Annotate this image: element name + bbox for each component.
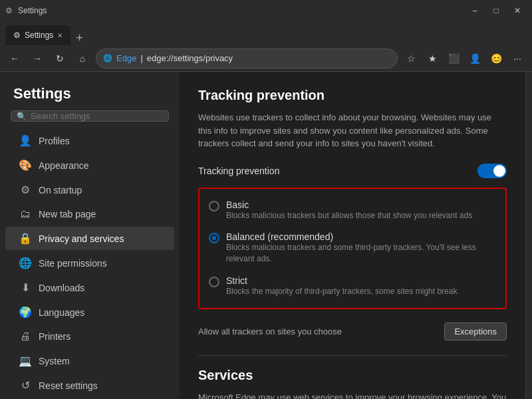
sidebar-item-on-startup[interactable]: ⚙ On startup [5,178,174,201]
sidebar-item-label: Languages [39,307,84,318]
services-description: Microsoft Edge may use web services to i… [198,391,507,399]
tracking-header: Tracking prevention [198,164,507,178]
minimize-button[interactable]: – [466,3,484,18]
window-icon: ⚙ [5,6,13,15]
forward-button[interactable]: → [28,49,47,68]
sidebar-item-languages[interactable]: 🌍 Languages [5,301,174,324]
window-controls: – □ ✕ [466,3,527,18]
emoji-button[interactable]: 😊 [487,49,505,68]
sidebar-item-label: Appearance [39,160,89,171]
main-layout: Settings 🔍 👤 Profiles 🎨 Appearance ⚙ On … [0,72,532,399]
sidebar-item-label: New tab page [39,209,96,219]
sidebar-item-label: Site permissions [39,258,107,269]
profiles-icon: 👤 [19,134,32,147]
tab-label: Settings [25,31,53,40]
window-title: Settings [18,6,460,15]
toggle-slider [477,164,507,178]
reset-icon: ↺ [19,379,32,392]
radio-strict[interactable] [209,277,219,287]
system-icon: 💻 [19,354,32,367]
collections-button[interactable]: ★ [423,49,442,68]
maximize-button[interactable]: □ [487,3,505,18]
address-bar: ← → ↻ ⌂ 🌐 Edge | edge://settings/privacy… [0,45,532,72]
right-scrollbar[interactable] [525,72,532,399]
extensions-button[interactable]: ⬛ [444,49,463,68]
option-balanced-label: Balanced (recommended) [226,231,496,242]
sidebar-item-site-permissions[interactable]: 🌐 Site permissions [5,251,174,275]
back-button[interactable]: ← [5,49,24,68]
option-basic[interactable]: Basic Blocks malicious trackers but allo… [205,194,500,227]
option-balanced[interactable]: Balanced (recommended) Blocks malicious … [205,226,500,270]
printers-icon: 🖨 [19,331,32,342]
search-box[interactable]: 🔍 [11,110,169,122]
option-strict-desc: Blocks the majority of third-party track… [226,286,457,297]
sidebar-item-profiles[interactable]: 👤 Profiles [5,129,174,152]
tracking-label: Tracking prevention [198,166,279,176]
favorites-button[interactable]: ☆ [402,49,420,68]
tracking-toggle[interactable] [477,164,507,178]
sidebar-item-appearance[interactable]: 🎨 Appearance [5,154,174,177]
home-button[interactable]: ⌂ [73,49,92,68]
tracking-title: Tracking prevention [198,88,507,103]
option-balanced-text: Balanced (recommended) Blocks malicious … [226,231,496,265]
profile-button[interactable]: 👤 [466,49,484,68]
services-section: Services Microsoft Edge may use web serv… [198,368,507,399]
sidebar-item-label: Reset settings [39,380,98,391]
option-strict-label: Strict [226,275,457,286]
services-title: Services [198,368,507,383]
radio-balanced[interactable] [209,233,219,243]
address-separator: | [140,53,142,63]
search-icon: 🔍 [17,112,27,121]
radio-basic[interactable] [209,201,219,211]
new-tab-button[interactable]: + [70,31,88,45]
more-button[interactable]: ··· [508,49,527,68]
section-divider [198,355,507,356]
sidebar: Settings 🔍 👤 Profiles 🎨 Appearance ⚙ On … [0,72,180,399]
tab-bar: ⚙ Settings ✕ + [0,21,532,45]
tracking-options-box: Basic Blocks malicious trackers but allo… [198,188,507,309]
titlebar: ⚙ Settings – □ ✕ [0,0,532,21]
sidebar-item-label: System [39,356,70,366]
sidebar-item-downloads[interactable]: ⬇ Downloads [5,276,174,299]
option-balanced-desc: Blocks malicious trackers and some third… [226,242,496,265]
settings-tab[interactable]: ⚙ Settings ✕ [5,25,70,45]
option-basic-label: Basic [226,200,472,210]
startup-icon: ⚙ [19,184,32,196]
lock-icon: 🌐 [103,54,112,63]
tab-favicon: ⚙ [13,31,21,40]
address-box[interactable]: 🌐 Edge | edge://settings/privacy [96,49,398,68]
tab-close-button[interactable]: ✕ [57,32,63,39]
refresh-button[interactable]: ↻ [51,49,69,68]
languages-icon: 🌍 [19,306,32,319]
sidebar-item-reset[interactable]: ↺ Reset settings [5,374,174,397]
sidebar-item-privacy[interactable]: 🔒 Privacy and services [5,227,174,250]
privacy-icon: 🔒 [19,232,32,245]
option-strict-text: Strict Blocks the majority of third-part… [226,275,457,297]
sidebar-item-label: Printers [39,331,70,342]
sidebar-title: Settings [0,72,180,110]
sidebar-item-printers[interactable]: 🖨 Printers [5,325,174,348]
tracking-description: Websites use trackers to collect info ab… [198,111,507,150]
option-basic-desc: Blocks malicious trackers but allows tho… [226,210,472,221]
new-tab-icon: 🗂 [19,208,32,220]
address-domain: Edge [116,53,136,63]
option-basic-text: Basic Blocks malicious trackers but allo… [226,200,472,221]
sidebar-item-label: Downloads [39,283,84,293]
downloads-icon: ⬇ [19,281,32,294]
tracking-prevention-section: Tracking prevention Websites use tracker… [198,88,507,350]
content-area: Tracking prevention Websites use tracker… [180,72,525,399]
toolbar-icons: ☆ ★ ⬛ 👤 😊 ··· [402,49,527,68]
sidebar-item-label: Profiles [39,136,70,146]
sidebar-item-new-tab[interactable]: 🗂 New tab page [5,203,174,225]
search-input[interactable] [31,111,163,121]
sidebar-item-label: Privacy and services [39,233,124,244]
appearance-icon: 🎨 [19,159,32,172]
exceptions-button[interactable]: Exceptions [444,323,507,340]
close-button[interactable]: ✕ [508,3,527,18]
address-url: edge://settings/privacy [147,53,233,63]
site-permissions-icon: 🌐 [19,257,32,269]
exceptions-link: Allow all trackers on sites you choose [198,327,342,336]
option-strict[interactable]: Strict Blocks the majority of third-part… [205,270,500,303]
sidebar-item-system[interactable]: 💻 System [5,349,174,372]
sidebar-item-label: On startup [39,185,82,196]
